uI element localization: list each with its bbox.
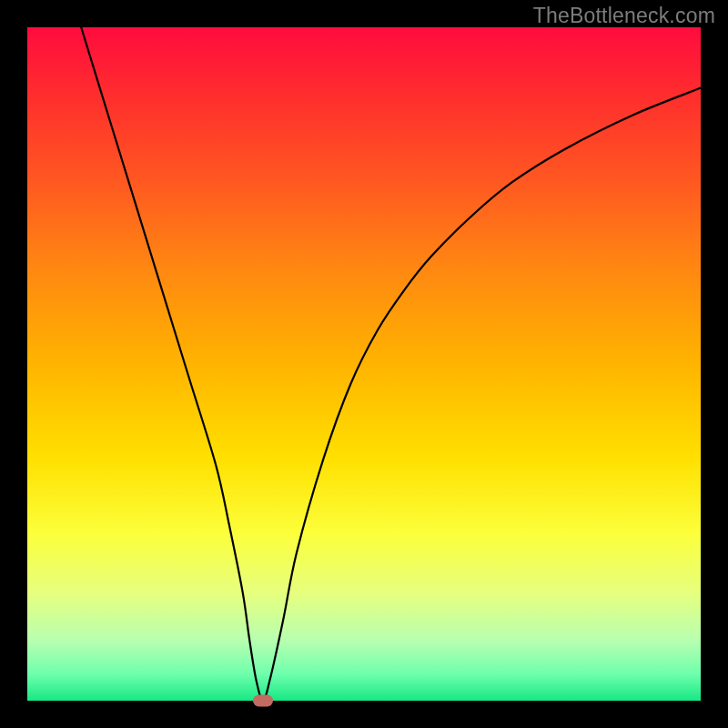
bottleneck-curve (81, 27, 701, 701)
watermark-text: TheBottleneck.com (533, 4, 715, 28)
min-marker (253, 695, 273, 707)
chart-frame: TheBottleneck.com (0, 0, 728, 728)
curve-layer (27, 27, 701, 701)
plot-area (27, 27, 701, 701)
